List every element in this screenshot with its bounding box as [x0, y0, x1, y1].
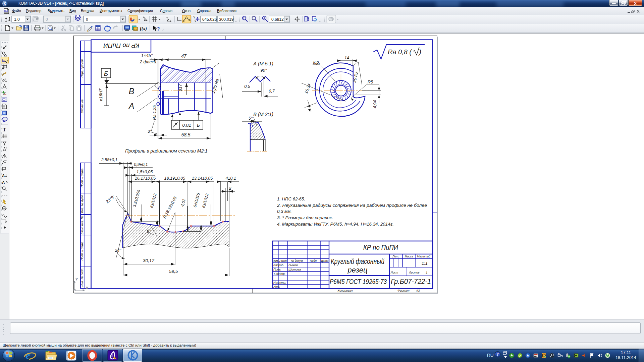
svg-text:90°: 90° [261, 68, 267, 73]
svg-text:8°: 8° [147, 229, 151, 234]
svg-text:Подп. и дата: Подп. и дата [80, 242, 84, 260]
svg-text:x: x [195, 19, 196, 23]
svg-text:16,17±0,05: 16,17±0,05 [135, 176, 156, 181]
svg-text:А: А [2, 180, 5, 184]
svg-text:ø16Н7: ø16Н7 [99, 88, 103, 101]
svg-text:ø17: ø17 [178, 84, 183, 92]
svg-text:K: K [4, 2, 6, 6]
svg-text:Масштаб: Масштаб [417, 255, 431, 258]
svg-text:4,94: 4,94 [373, 100, 377, 108]
svg-text:№ докум.: № докум. [291, 259, 303, 262]
svg-text:T: T [3, 127, 6, 132]
svg-text:к.р.: к.р. [313, 60, 320, 65]
svg-text:3. * Размеры для справок.: 3. * Размеры для справок. [277, 215, 333, 220]
svg-text:1.0: 1.0 [14, 17, 20, 22]
svg-text:Н.контр.: Н.контр. [273, 281, 286, 284]
svg-text:2,58±0,1: 2,58±0,1 [101, 158, 118, 162]
svg-text:Лит.: Лит. [392, 255, 399, 258]
svg-text:0,9±0,1: 0,9±0,1 [134, 162, 148, 167]
svg-text:30,17: 30,17 [143, 258, 154, 263]
svg-text:Профиль в радиальном сечении: Профиль в радиальном сечении М2:1 [125, 148, 208, 154]
svg-text:А: А [128, 101, 135, 111]
svg-text:x=: x= [134, 28, 137, 31]
svg-text:18,19±0,05: 18,19±0,05 [164, 176, 185, 181]
svg-text:0,5: 0,5 [244, 84, 250, 89]
svg-text:0,7: 0,7 [269, 89, 275, 94]
svg-text:1:1: 1:1 [422, 261, 428, 266]
svg-text:Лист: Лист [279, 259, 287, 262]
svg-text:24°: 24° [115, 248, 121, 253]
svg-text:Масса: Масса [405, 255, 413, 258]
svg-text:Зыков: Зыков [288, 263, 298, 267]
svg-text:4±0,1: 4±0,1 [225, 176, 236, 181]
svg-text:Ra 1,25: Ra 1,25 [152, 105, 157, 120]
svg-text:Взам. инв. №: Взам. инв. № [80, 216, 84, 235]
svg-text:А3: А3 [416, 289, 420, 292]
svg-text:f(x): f(x) [140, 26, 147, 32]
svg-text:R5: R5 [368, 79, 373, 84]
svg-text:Пров.: Пров. [273, 268, 281, 271]
svg-text:1×45°: 1×45° [141, 53, 153, 58]
svg-text:Формат: Формат [397, 289, 410, 292]
svg-text:X: X [86, 286, 88, 290]
svg-text:А: А [2, 174, 5, 178]
svg-text:2. Неуказанные радиусы сопряже: 2. Неуказанные радиусы сопряжения на раб… [277, 203, 427, 208]
svg-text:Справ. №: Справ. № [80, 99, 84, 113]
svg-text:Гр.Б07-722-1: Гр.Б07-722-1 [391, 277, 431, 286]
svg-text:Инв. № дубл.: Инв. № дубл. [80, 194, 84, 213]
svg-text:Подп.: Подп. [310, 259, 318, 262]
svg-text:13,14±0,05: 13,14±0,05 [192, 176, 213, 181]
svg-text:x: x [634, 1, 637, 6]
svg-text:Р6М5 ГОСТ 19265-73: Р6М5 ГОСТ 19265-73 [330, 278, 387, 285]
svg-text:Листов: Листов [409, 271, 420, 274]
svg-text:1. HRC 62-65.: 1. HRC 62-65. [277, 196, 305, 201]
svg-text:0.6812: 0.6812 [271, 17, 284, 22]
svg-text:58,5: 58,5 [169, 269, 178, 274]
svg-text:Y: Y [75, 278, 78, 281]
svg-text:?: ? [496, 352, 499, 356]
svg-text:Разраб.: Разраб. [273, 263, 284, 267]
svg-text:0,3 мм.: 0,3 мм. [277, 209, 292, 214]
svg-text:1: 1 [426, 270, 427, 274]
svg-text:?: ? [157, 26, 160, 32]
svg-text:Утв.: Утв. [273, 285, 280, 288]
svg-text:Круглый фасонный: Круглый фасонный [331, 257, 384, 265]
svg-text:1,5±0,05: 1,5±0,05 [137, 170, 153, 174]
svg-text:0,01: 0,01 [182, 123, 191, 128]
svg-text:Копировал: Копировал [338, 289, 353, 292]
svg-text:2: 2 [229, 186, 231, 191]
svg-text:Изм.: Изм. [273, 259, 279, 262]
svg-text:Т.контр.: Т.контр. [273, 272, 285, 276]
svg-text:300.019: 300.019 [219, 17, 234, 22]
svg-text:В (М 2:1): В (М 2:1) [253, 112, 273, 117]
svg-text:Б: Б [104, 70, 108, 77]
svg-text:645.026: 645.026 [202, 17, 217, 22]
svg-text:резец: резец [347, 266, 367, 274]
svg-text:Шитова: Шитова [288, 267, 301, 271]
svg-text:КР по ПиПИ: КР по ПиПИ [103, 42, 140, 49]
svg-text:Подп. и дата: Подп. и дата [80, 169, 84, 187]
svg-text:5°: 5° [249, 116, 253, 121]
svg-text:Лист: Лист [390, 271, 398, 274]
svg-text:Инв. № подл.: Инв. № подл. [80, 268, 84, 287]
svg-text:Y: Y [193, 16, 195, 19]
svg-text:Б: Б [197, 123, 200, 128]
svg-text:КР по ПиПИ: КР по ПиПИ [363, 243, 398, 251]
svg-text:А (М 5:1): А (М 5:1) [253, 61, 273, 66]
svg-text:3*: 3* [148, 129, 152, 134]
svg-text:Перв. примен.: Перв. примен. [80, 59, 84, 78]
svg-text:Дата: Дата [321, 259, 329, 262]
svg-text:47: 47 [181, 53, 187, 59]
svg-text:4. Маркировать: ИжГТУ, Р6М5,: 4. Маркировать: ИжГТУ, Р6М5, h=4.94, Н=1… [277, 222, 394, 227]
svg-text:0: 0 [86, 17, 88, 22]
svg-text:14: 14 [344, 55, 349, 60]
svg-text:В: В [129, 86, 135, 96]
svg-text:0: 0 [46, 17, 48, 22]
svg-text:58,5: 58,5 [181, 132, 190, 137]
